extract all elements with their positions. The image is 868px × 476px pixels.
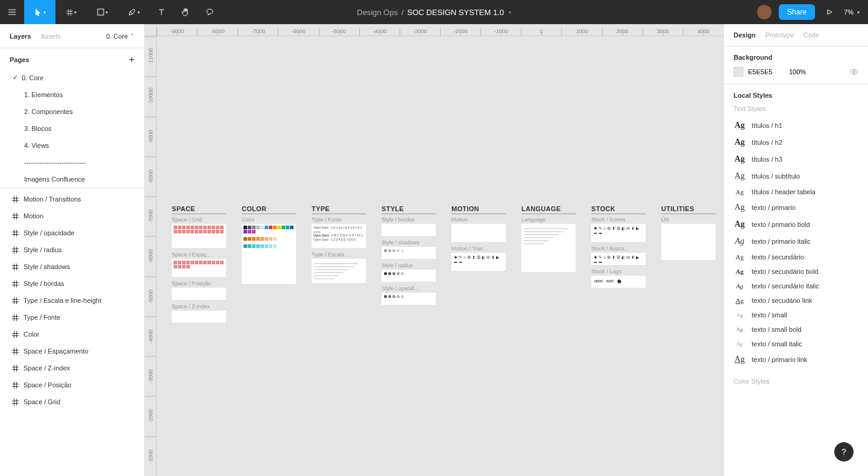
canvas-frame[interactable]: Útil: [661, 217, 715, 260]
bg-hex-input[interactable]: [748, 68, 784, 75]
present-button[interactable]: [822, 0, 837, 24]
tab-layers[interactable]: Layers: [10, 33, 31, 40]
canvas-frame[interactable]: Space / Espaç...: [172, 252, 226, 277]
page-item[interactable]: Imagens Confluence: [0, 171, 144, 188]
canvas-frame[interactable]: Stock / Ícones✚ ✎ ⌂ ⚙ ⬆ ☰ ◐ ✉ ⬇ ▶ ⬅ ➡: [591, 217, 646, 242]
text-style-item[interactable]: Agtítulos / subtítulo: [734, 168, 858, 185]
frame-tool[interactable]: ▾: [55, 0, 87, 24]
layer-item[interactable]: Space / Grid: [0, 393, 144, 410]
canvas-frame[interactable]: Stock / Ilustra...✚ ✎ ⌂ ⚙ ⬆ ☰ ◐ ✉ ⬇ ▶ ⬅ …: [591, 246, 646, 265]
frame-title: Stock / Ilustra...: [591, 246, 646, 252]
shape-tool[interactable]: ▾: [87, 0, 118, 24]
text-style-item[interactable]: Agtexto / primario link: [734, 351, 858, 368]
canvas-frame-group[interactable]: STYLEStyle / bordasStyle / shadowsStyle …: [382, 205, 436, 326]
bg-color-swatch[interactable]: [734, 67, 743, 77]
right-panel: Design Prototype Code Background Local S…: [723, 24, 868, 476]
canvas-frame-group[interactable]: TYPEType / FonteOpen Sans a b c d e f g …: [312, 205, 366, 326]
canvas[interactable]: -9000-8000-7000-6000-5000-4000-3000-2000…: [145, 24, 723, 476]
bg-opacity-input[interactable]: [789, 68, 813, 75]
menu-button[interactable]: [0, 0, 24, 24]
layer-item-label: Type / Fonte: [24, 314, 60, 321]
page-item[interactable]: 1. Elementos: [0, 86, 144, 103]
share-button[interactable]: Share: [779, 4, 815, 20]
page-selector[interactable]: 0. Core ⌃: [106, 33, 134, 40]
canvas-frame[interactable]: Style / bordas: [382, 217, 436, 236]
text-style-preview: Ag: [734, 326, 746, 332]
page-item[interactable]: ----------------------------: [0, 154, 144, 171]
canvas-frame-group[interactable]: COLORColor: [242, 205, 296, 326]
zoom-control[interactable]: 7% ▾: [844, 8, 860, 16]
canvas-frame[interactable]: Type / Escala ...: [312, 252, 366, 283]
page-item[interactable]: 4. Views: [0, 137, 144, 154]
avatar[interactable]: [757, 5, 772, 19]
hand-tool[interactable]: [174, 0, 198, 24]
text-style-item[interactable]: Agtítulos / h1: [734, 117, 858, 134]
file-breadcrumb[interactable]: Design Ops / SOC DESIGN SYSTEM 1.0 ▾: [357, 8, 511, 17]
visibility-toggle[interactable]: [850, 68, 858, 76]
canvas-frame[interactable]: Style / shadows: [382, 240, 436, 259]
canvas-frame-group[interactable]: STOCKStock / Ícones✚ ✎ ⌂ ⚙ ⬆ ☰ ◐ ✉ ⬇ ▶ ⬅…: [591, 205, 646, 326]
text-style-item[interactable]: Agtexto / small italic: [734, 337, 858, 351]
canvas-frame[interactable]: Space / Grid: [172, 217, 226, 248]
ruler-tick: -9000: [145, 116, 156, 156]
canvas-frame[interactable]: Style / radius: [382, 262, 436, 282]
tab-prototype[interactable]: Prototype: [766, 31, 794, 39]
ruler-tick: -4000: [145, 316, 156, 356]
page-item[interactable]: 2. Componentes: [0, 103, 144, 120]
text-style-preview: Ag: [734, 312, 746, 318]
layer-item[interactable]: Space / Z-index: [0, 360, 144, 376]
frame-thumbnail: [382, 224, 436, 236]
text-tool[interactable]: [149, 0, 174, 24]
tab-design[interactable]: Design: [734, 31, 756, 39]
text-style-item[interactable]: Agtítulos / header tabela: [734, 185, 858, 199]
layer-item[interactable]: Style / radius: [0, 241, 144, 258]
text-style-item[interactable]: Agtexto / secundário bold: [734, 264, 858, 279]
text-style-item[interactable]: Agtexto / primario: [734, 199, 858, 216]
text-style-item[interactable]: Agtexto / primario bold: [734, 216, 858, 233]
layer-item[interactable]: Space / Posição: [0, 376, 144, 393]
canvas-frame[interactable]: Space / Z-index: [172, 303, 226, 323]
text-style-item[interactable]: Agtexto / primario italic: [734, 233, 858, 250]
canvas-frame[interactable]: Space / Posição: [172, 281, 226, 300]
text-style-item[interactable]: Agtítulos / h2: [734, 134, 858, 151]
canvas-frame[interactable]: Motion / Tran...✚ ✎ ⌂ ⚙ ⬆ ☰ ◐ ✉ ⬇ ▶ ⬅ ➡: [451, 246, 506, 271]
ruler-tick: -1000: [480, 28, 521, 36]
help-button[interactable]: ?: [834, 442, 854, 462]
canvas-frame-group[interactable]: MOTIONMotionMotion / Tran...✚ ✎ ⌂ ⚙ ⬆ ☰ …: [451, 205, 506, 326]
canvas-frame[interactable]: Stock / LogoiSOC SOC ⬤: [591, 268, 646, 288]
canvas-frame-group[interactable]: LANGUAGELanguage: [521, 205, 576, 326]
text-style-item[interactable]: Agtexto / small: [734, 308, 858, 322]
layer-item[interactable]: Space / Espaçamento: [0, 343, 144, 360]
pen-tool[interactable]: ▾: [118, 0, 149, 24]
canvas-frame-group[interactable]: SPACESpace / GridSpace / Espaç...Space /…: [172, 205, 226, 326]
canvas-frame[interactable]: Type / FonteOpen Sans a b c d e f g h i …: [312, 217, 366, 248]
chevron-down-icon: ▾: [137, 10, 140, 15]
ruler-tick: -8000: [197, 28, 237, 36]
page-item[interactable]: 3. Blocos: [0, 120, 144, 137]
layer-item[interactable]: Motion / Transitions: [0, 191, 144, 208]
tab-code[interactable]: Code: [804, 31, 819, 39]
text-style-item[interactable]: Agtítulos / h3: [734, 151, 858, 168]
canvas-frame[interactable]: Motion: [451, 217, 506, 242]
layer-item[interactable]: Type / Fonte: [0, 309, 144, 326]
text-style-item[interactable]: Agtexto / secundário: [734, 250, 858, 264]
layer-item[interactable]: Motion: [0, 208, 144, 224]
layer-item[interactable]: Type / Escala e line-height: [0, 292, 144, 309]
text-style-item[interactable]: Agtexto / secudário link: [734, 293, 858, 308]
tab-assets[interactable]: Assets: [40, 33, 60, 40]
text-style-item[interactable]: Agtexto / small bold: [734, 322, 858, 337]
text-style-item[interactable]: Agtexto / secundário italic: [734, 279, 858, 293]
canvas-frame[interactable]: Style / opacid...: [382, 285, 436, 305]
top-toolbar: ▾ ▾ ▾ ▾ Design Ops / SOC DESIGN SYSTEM 1…: [0, 0, 868, 24]
canvas-frame[interactable]: Color: [242, 217, 296, 284]
canvas-frame-group[interactable]: UTILITIESÚtil: [661, 205, 715, 326]
canvas-frame[interactable]: Language: [521, 217, 576, 272]
layer-item[interactable]: Style / shadows: [0, 258, 144, 275]
comment-tool[interactable]: [198, 0, 222, 24]
layer-item[interactable]: Style / bordas: [0, 275, 144, 292]
page-item[interactable]: ✓0. Core: [0, 69, 144, 86]
layer-item[interactable]: Style / opacidade: [0, 224, 144, 241]
move-tool[interactable]: ▾: [24, 0, 55, 24]
add-page-button[interactable]: +: [129, 54, 134, 65]
layer-item[interactable]: Color: [0, 326, 144, 343]
